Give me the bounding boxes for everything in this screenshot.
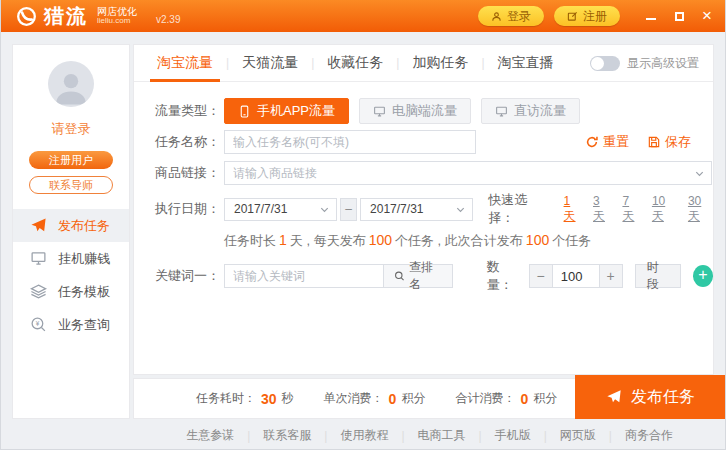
app-version: v2.39 bbox=[156, 14, 180, 25]
quantity-label: 数量： bbox=[487, 258, 523, 294]
tab-taobao-live[interactable]: 淘宝直播 bbox=[485, 45, 567, 81]
keyword-input[interactable] bbox=[224, 264, 384, 288]
phone-icon bbox=[238, 105, 251, 118]
total-cost-stat: 合计消费：0积分 bbox=[455, 390, 557, 407]
quick-select-1day[interactable]: 1天 bbox=[564, 194, 582, 225]
sidebar-item-label: 挂机赚钱 bbox=[58, 250, 110, 268]
publish-task-button[interactable]: 发布任务 bbox=[575, 375, 726, 419]
advanced-settings-label: 显示高级设置 bbox=[627, 55, 699, 72]
monitor-icon bbox=[373, 105, 386, 118]
paper-plane-icon bbox=[30, 217, 47, 234]
save-icon bbox=[647, 135, 661, 149]
check-ranking-button[interactable]: 查排名 bbox=[384, 264, 453, 288]
end-date-select[interactable]: 2017/7/31 bbox=[360, 198, 473, 221]
quick-select-30day[interactable]: 30天 bbox=[688, 194, 713, 225]
sidebar-item-label: 任务模板 bbox=[58, 283, 110, 301]
time-period-button[interactable]: 时段 bbox=[635, 264, 681, 288]
traffic-type-row: 流量类型： 手机APP流量 电脑端流量 直访流量 bbox=[134, 98, 713, 124]
add-keyword-button[interactable]: + bbox=[693, 265, 713, 287]
tab-tmall-traffic[interactable]: 天猫流量 bbox=[229, 45, 311, 81]
tasks-total: 100 bbox=[523, 232, 552, 248]
save-button[interactable]: 保存 bbox=[647, 133, 691, 151]
monitor-icon bbox=[30, 250, 47, 267]
sidebar-item-task-template[interactable]: 任务模板 bbox=[13, 275, 129, 308]
app-logo: 猎流 网店优化 lieliu.com v2.39 bbox=[16, 3, 180, 30]
tab-taobao-traffic[interactable]: 淘宝流量 bbox=[144, 45, 226, 81]
quantity-value[interactable]: 100 bbox=[553, 264, 599, 288]
traffic-type-mobile-app[interactable]: 手机APP流量 bbox=[224, 98, 349, 124]
single-cost-stat: 单次消费：0积分 bbox=[324, 390, 426, 407]
date-range-separator: – bbox=[340, 198, 357, 221]
chevron-down-icon bbox=[455, 204, 466, 215]
tab-favorite-task[interactable]: 收藏任务 bbox=[314, 45, 396, 81]
contact-mentor-button[interactable]: 联系导师 bbox=[29, 176, 113, 194]
footer-link-sycm[interactable]: 生意参谋 bbox=[173, 427, 247, 444]
sidebar-item-business-query[interactable]: ¥ 业务查询 bbox=[13, 308, 129, 341]
login-button-label: 登录 bbox=[507, 8, 531, 25]
tab-cart-task[interactable]: 加购任务 bbox=[399, 45, 481, 81]
task-form: 流量类型： 手机APP流量 电脑端流量 直访流量 任务名称： bbox=[134, 82, 713, 294]
quick-select: 快速选择： 1天 3天 7天 10天 30天 bbox=[488, 191, 713, 227]
maximize-icon bbox=[675, 12, 684, 21]
product-link-label: 商品链接： bbox=[134, 164, 220, 182]
sidebar-item-idle-earn[interactable]: 挂机赚钱 bbox=[13, 242, 129, 275]
advanced-settings-toggle[interactable]: 显示高级设置 bbox=[590, 45, 713, 81]
keyword-label: 关键词一： bbox=[134, 267, 220, 285]
quantity-increase-button[interactable]: + bbox=[599, 264, 623, 288]
search-yen-icon: ¥ bbox=[30, 316, 47, 333]
tabbar: 淘宝流量 | 天猫流量 | 收藏任务 | 加购任务 | 淘宝直播 显示高级设置 bbox=[134, 45, 713, 82]
duration-note: 任务时长1天 , 每天发布100个任务 , 此次合计发布100个任务 bbox=[224, 232, 713, 250]
start-date-select[interactable]: 2017/7/31 bbox=[224, 198, 337, 221]
traffic-type-direct[interactable]: 直访流量 bbox=[481, 98, 580, 124]
titlebar: 猎流 网店优化 lieliu.com v2.39 登录 注册 × bbox=[0, 0, 726, 32]
app-domain: lieliu.com bbox=[97, 17, 137, 26]
footer-links: 生意参谋 | 联系客服 | 使用教程 | 电商工具 | 手机版 | 网页版 | … bbox=[133, 427, 726, 444]
exec-date-row: 执行日期： 2017/7/31 – 2017/7/31 快速选择： 1天 3天 … bbox=[134, 191, 713, 227]
toggle-switch-icon bbox=[590, 56, 620, 71]
traffic-type-pc[interactable]: 电脑端流量 bbox=[359, 98, 471, 124]
sidebar-menu: 发布任务 挂机赚钱 任务模板 ¥ 业务查询 bbox=[13, 209, 129, 341]
footer-link-business-coop[interactable]: 商务合作 bbox=[612, 427, 686, 444]
avatar bbox=[48, 61, 94, 107]
footer-link-support[interactable]: 联系客服 bbox=[250, 427, 324, 444]
sidebar-item-publish-task[interactable]: 发布任务 bbox=[13, 209, 129, 242]
refresh-icon bbox=[585, 135, 599, 149]
paper-plane-icon bbox=[606, 389, 622, 405]
sidebar: 请登录 注册用户 联系导师 发布任务 挂机赚钱 任务模板 ¥ 业务查询 bbox=[12, 44, 130, 419]
svg-text:¥: ¥ bbox=[36, 320, 40, 327]
task-name-row: 任务名称： 重置 保存 bbox=[134, 129, 713, 155]
traffic-type-label: 流量类型： bbox=[134, 102, 220, 120]
minimize-button[interactable] bbox=[644, 9, 658, 23]
chevron-down-icon bbox=[319, 204, 330, 215]
footer-link-ecommerce-tools[interactable]: 电商工具 bbox=[405, 427, 479, 444]
task-name-label: 任务名称： bbox=[134, 133, 220, 151]
footer-link-mobile-version[interactable]: 手机版 bbox=[482, 427, 544, 444]
keyword-row: 关键词一： 查排名 数量： − 100 + 时段 + bbox=[134, 258, 713, 294]
sidebar-item-label: 业务查询 bbox=[58, 316, 110, 334]
edit-icon bbox=[567, 11, 578, 22]
login-button[interactable]: 登录 bbox=[478, 6, 544, 26]
person-silhouette-icon bbox=[51, 67, 91, 107]
quantity-decrease-button[interactable]: − bbox=[529, 264, 553, 288]
task-name-input[interactable] bbox=[224, 130, 476, 154]
publish-task-label: 发布任务 bbox=[631, 387, 695, 408]
sidebar-item-label: 发布任务 bbox=[58, 217, 110, 235]
maximize-button[interactable] bbox=[672, 9, 686, 23]
monitor-icon bbox=[495, 105, 508, 118]
quick-select-label: 快速选择： bbox=[488, 191, 552, 227]
tasks-per-day: 100 bbox=[366, 232, 395, 248]
main-panel: 淘宝流量 | 天猫流量 | 收藏任务 | 加购任务 | 淘宝直播 显示高级设置 … bbox=[133, 44, 714, 375]
task-time-value: 30 bbox=[258, 391, 280, 407]
minimize-icon bbox=[646, 18, 656, 20]
register-user-button[interactable]: 注册用户 bbox=[29, 151, 113, 169]
reset-button[interactable]: 重置 bbox=[585, 133, 629, 151]
quick-select-10day[interactable]: 10天 bbox=[652, 194, 677, 225]
login-prompt: 请登录 bbox=[13, 120, 129, 138]
product-link-input[interactable] bbox=[224, 161, 712, 185]
quick-select-3day[interactable]: 3天 bbox=[593, 194, 611, 225]
register-button[interactable]: 注册 bbox=[554, 6, 620, 26]
footer-link-tutorial[interactable]: 使用教程 bbox=[327, 427, 401, 444]
footer-link-web-version[interactable]: 网页版 bbox=[547, 427, 609, 444]
close-button[interactable]: × bbox=[700, 9, 714, 23]
quick-select-7day[interactable]: 7天 bbox=[622, 194, 640, 225]
